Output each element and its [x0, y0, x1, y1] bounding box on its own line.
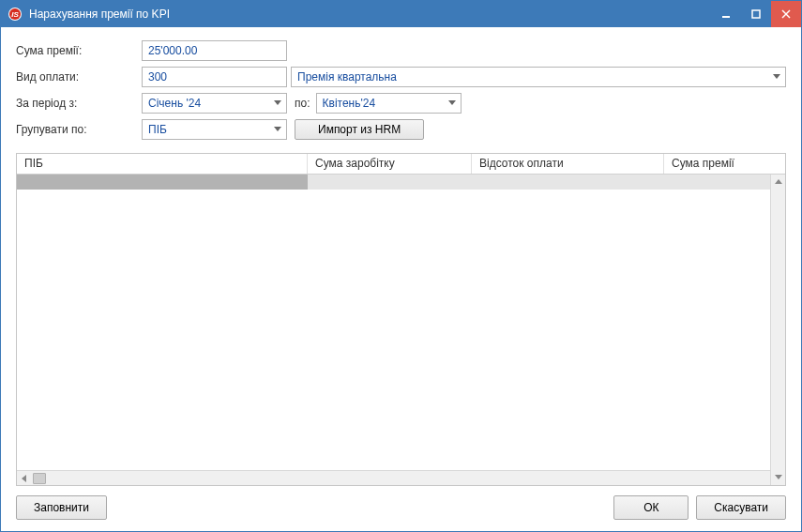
cancel-button[interactable]: Скасувати	[696, 495, 786, 520]
chevron-down-icon	[768, 74, 785, 80]
amount-input[interactable]	[142, 40, 287, 61]
minimize-button[interactable]	[711, 1, 741, 27]
form: Сума премії: Вид оплати: Премія кварталь…	[16, 40, 786, 140]
period-to-label: по:	[295, 97, 310, 110]
amount-label: Сума премії:	[16, 44, 138, 57]
paytype-name-value: Премія квартальна	[292, 70, 768, 84]
footer: Заповнити ОК Скасувати	[16, 495, 786, 520]
window: IS Нарахування премії по KPI Сума премії…	[0, 0, 802, 532]
import-hrm-button[interactable]: Импорт из HRM	[295, 119, 424, 140]
scroll-down-icon[interactable]	[771, 470, 785, 485]
window-title: Нарахування премії по KPI	[29, 8, 711, 21]
maximize-button[interactable]	[741, 1, 771, 27]
titlebar: IS Нарахування премії по KPI	[1, 1, 801, 27]
svg-rect-4	[752, 10, 760, 18]
hscroll-thumb[interactable]	[33, 473, 46, 484]
paytype-label: Вид оплати:	[16, 70, 138, 84]
svg-rect-3	[722, 16, 730, 18]
fill-button[interactable]: Заповнити	[16, 495, 107, 520]
paytype-name-combo[interactable]: Премія квартальна	[291, 67, 786, 87]
vertical-scrollbar[interactable]	[770, 175, 785, 485]
grid-col-earnings[interactable]: Сума заробітку	[308, 154, 472, 174]
scroll-left-icon[interactable]	[17, 471, 32, 485]
grid-col-bonus[interactable]: Сума премії	[664, 154, 785, 174]
grid-col-percent[interactable]: Відсоток оплати	[472, 154, 664, 174]
chevron-down-icon	[269, 100, 286, 106]
horizontal-scrollbar[interactable]	[17, 470, 785, 485]
chevron-down-icon	[444, 100, 461, 106]
close-button[interactable]	[771, 1, 801, 27]
group-value: ПІБ	[143, 123, 269, 136]
ok-button[interactable]: ОК	[613, 495, 689, 520]
period-to-row: по: Квітень'24	[291, 93, 786, 114]
group-label: Групувати по:	[16, 123, 138, 136]
app-icon: IS	[7, 6, 23, 23]
paytype-code-input[interactable]	[142, 67, 287, 87]
grid: ПІБ Сума заробітку Відсоток оплати Сума …	[16, 153, 786, 486]
chevron-down-icon	[269, 127, 286, 132]
period-from-value: Січень '24	[143, 97, 269, 110]
grid-row-selected[interactable]	[17, 175, 785, 190]
group-combo[interactable]: ПІБ	[142, 119, 287, 140]
scroll-up-icon[interactable]	[771, 175, 785, 190]
period-from-label: За період з:	[16, 97, 138, 110]
content-area: Сума премії: Вид оплати: Премія кварталь…	[1, 27, 801, 531]
svg-text:IS: IS	[11, 10, 19, 19]
grid-col-pib[interactable]: ПІБ	[17, 154, 308, 174]
grid-body[interactable]	[17, 175, 785, 470]
period-to-combo[interactable]: Квітень'24	[316, 93, 462, 114]
period-to-value: Квітень'24	[317, 97, 444, 110]
period-from-combo[interactable]: Січень '24	[142, 93, 287, 114]
grid-header: ПІБ Сума заробітку Відсоток оплати Сума …	[17, 154, 785, 175]
